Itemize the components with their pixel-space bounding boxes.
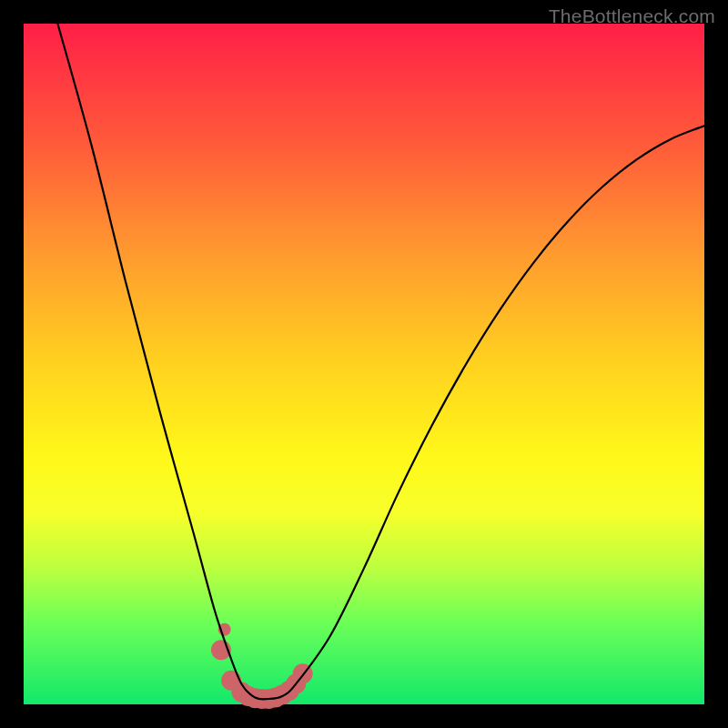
chart-frame: TheBottleneck.com xyxy=(0,0,728,728)
chart-svg xyxy=(24,24,704,704)
bottleneck-curve-line xyxy=(57,24,704,699)
highlight-dots-layer xyxy=(211,623,313,709)
plot-area xyxy=(24,24,704,704)
